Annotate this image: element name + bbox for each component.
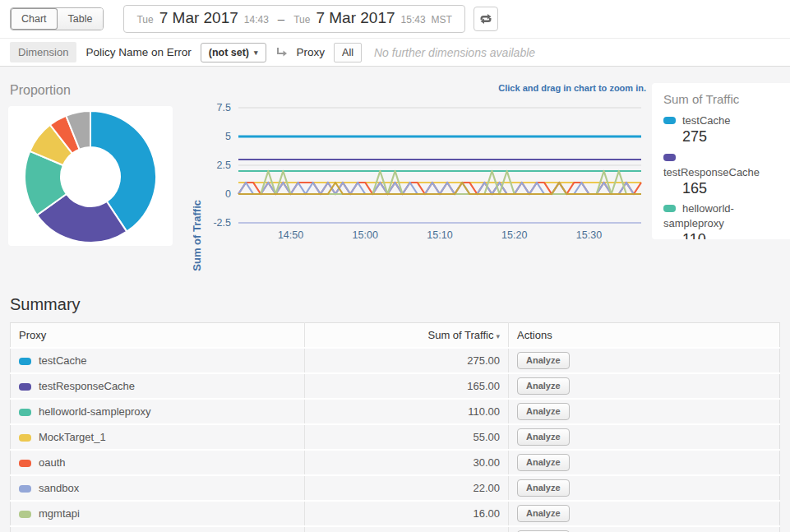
- proportion-panel: Proportion: [8, 76, 173, 251]
- table-row: oauth30.00Analyze: [11, 450, 780, 475]
- view-toggle: Chart Table: [10, 7, 104, 30]
- series-color-dot: [19, 383, 31, 391]
- series-color-dot: [19, 460, 31, 467]
- proxy-all-button[interactable]: All: [334, 43, 362, 62]
- zoom-hint: Click and drag in chart to zoom in.: [498, 83, 646, 93]
- dimension-chip: Dimension: [10, 42, 76, 62]
- legend-item-value: 275: [682, 127, 778, 146]
- timeseries-panel: Click and drag in chart to zoom in. Sum …: [189, 76, 646, 251]
- traffic-value: 110.00: [305, 399, 509, 424]
- chart-view-button[interactable]: Chart: [11, 8, 58, 30]
- traffic-value: 16.00: [305, 501, 509, 526]
- summary-table-body: testCache275.00AnalyzetestResponseCache1…: [11, 348, 780, 532]
- legend-list: testCache275testResponseCache165hellowor…: [652, 112, 790, 239]
- column-header-proxy[interactable]: Proxy: [11, 323, 305, 349]
- top-toolbar: Chart Table Tue 7 Mar 2017 14:43 – Tue 7…: [0, 0, 790, 38]
- column-header-sum-of-traffic[interactable]: Sum of Traffic▾: [305, 323, 509, 349]
- dimension-bar: Dimension Policy Name on Error (not set)…: [0, 38, 790, 67]
- series-color-dot: [19, 358, 31, 365]
- series-line-sandbox: [238, 183, 641, 194]
- series-color-dot: [19, 485, 31, 493]
- y-tick-label: 7.5: [217, 102, 231, 113]
- analyze-button[interactable]: Analyze: [517, 505, 570, 522]
- dimension-value: (not set): [209, 47, 249, 58]
- legend-item-value: 110: [682, 230, 778, 239]
- x-tick-label: 15:10: [427, 229, 452, 241]
- date-range-picker[interactable]: Tue 7 Mar 2017 14:43 – Tue 7 Mar 2017 15…: [123, 5, 464, 33]
- legend-item[interactable]: testResponseCache165: [652, 149, 790, 201]
- proportion-title: Proportion: [10, 83, 173, 98]
- start-time: 14:43: [244, 14, 269, 25]
- y-tick-label: -2.5: [213, 217, 231, 229]
- legend-panel: Sum of Traffic testCache275testResponseC…: [652, 83, 790, 239]
- table-row: testCache275.00Analyze: [11, 348, 780, 373]
- proportion-card: [8, 106, 173, 246]
- table-row: mgmtapi16.00Analyze: [11, 501, 780, 526]
- secondary-dimension-label: Proxy: [297, 46, 326, 58]
- legend-item-label: testResponseCache: [663, 166, 760, 178]
- analyze-button[interactable]: Analyze: [517, 352, 570, 369]
- analyze-button[interactable]: Analyze: [517, 454, 570, 471]
- end-time: 15:43: [401, 14, 426, 25]
- refresh-icon: [479, 13, 492, 25]
- table-row: sandbox22.00Analyze: [11, 475, 780, 501]
- refresh-button[interactable]: [474, 7, 498, 31]
- summary-table: Proxy Sum of Traffic▾ Actions testCache2…: [10, 322, 780, 532]
- start-date: 7 Mar 2017: [159, 9, 238, 27]
- series-color-dot: [19, 409, 31, 416]
- legend-title: Sum of Traffic: [652, 83, 790, 112]
- start-day: Tue: [136, 14, 153, 25]
- y-axis-label: Sum of Traffic: [191, 173, 202, 297]
- traffic-line-chart[interactable]: -2.502.557.514:5015:0015:1015:2015:30: [201, 98, 644, 251]
- analyze-button[interactable]: Analyze: [517, 428, 570, 446]
- series-color-dot: [663, 117, 676, 124]
- proxy-name: MockTarget_1: [39, 431, 106, 443]
- legend-item[interactable]: helloworld-sampleproxy110: [652, 200, 790, 239]
- proxy-name: testCache: [39, 354, 87, 367]
- timezone-label: MST: [432, 14, 452, 25]
- date-range-separator: –: [275, 12, 288, 25]
- dimension-value-dropdown[interactable]: (not set) ▾: [201, 43, 266, 62]
- legend-item-label: testCache: [682, 114, 731, 127]
- table-row: MockTarget_23.00Analyze: [11, 526, 780, 532]
- x-tick-label: 15:20: [501, 229, 527, 241]
- column-header-actions: Actions: [509, 323, 780, 349]
- y-tick-label: 0: [225, 188, 231, 200]
- summary-title: Summary: [10, 295, 780, 314]
- sort-caret-icon: ▾: [496, 332, 500, 340]
- proxy-name: testResponseCache: [39, 380, 135, 392]
- chevron-down-icon: ▾: [254, 49, 258, 57]
- series-color-dot: [19, 511, 31, 518]
- series-color-dot: [19, 434, 31, 442]
- traffic-value: 3.00: [305, 526, 509, 532]
- proxy-name: sandbox: [39, 482, 79, 494]
- traffic-value: 30.00: [305, 450, 509, 475]
- table-view-button[interactable]: Table: [58, 8, 104, 30]
- no-dimensions-note: No further dimensions available: [374, 46, 535, 59]
- y-tick-label: 2.5: [217, 160, 231, 171]
- y-tick-label: 5: [225, 131, 231, 142]
- table-header-row: Proxy Sum of Traffic▾ Actions: [11, 323, 780, 349]
- legend-item-value: 165: [682, 179, 778, 198]
- proxy-name: mgmtapi: [39, 507, 80, 520]
- series-color-dot: [663, 205, 676, 212]
- x-tick-label: 14:50: [278, 229, 303, 241]
- end-day: Tue: [293, 14, 310, 25]
- analyze-button[interactable]: Analyze: [517, 479, 570, 497]
- analyze-button[interactable]: Analyze: [517, 377, 570, 395]
- traffic-value: 165.00: [305, 373, 509, 399]
- charts-row: Proportion Click and drag in chart to zo…: [0, 67, 790, 251]
- analyze-button[interactable]: Analyze: [517, 403, 570, 420]
- summary-section: Summary Proxy Sum of Traffic▾ Actions te…: [0, 295, 790, 532]
- table-row: testResponseCache165.00Analyze: [11, 373, 780, 399]
- primary-dimension-label: Policy Name on Error: [85, 46, 191, 58]
- proportion-donut-chart[interactable]: [8, 106, 173, 246]
- end-date: 7 Mar 2017: [316, 9, 395, 27]
- series-color-dot: [663, 154, 676, 161]
- table-row: helloworld-sampleproxy110.00Analyze: [11, 399, 780, 424]
- traffic-value: 55.00: [305, 424, 509, 450]
- proxy-name: oauth: [39, 456, 66, 469]
- legend-item[interactable]: testCache275: [652, 112, 790, 149]
- proxy-name: helloworld-sampleproxy: [39, 405, 151, 418]
- traffic-value: 275.00: [305, 348, 509, 373]
